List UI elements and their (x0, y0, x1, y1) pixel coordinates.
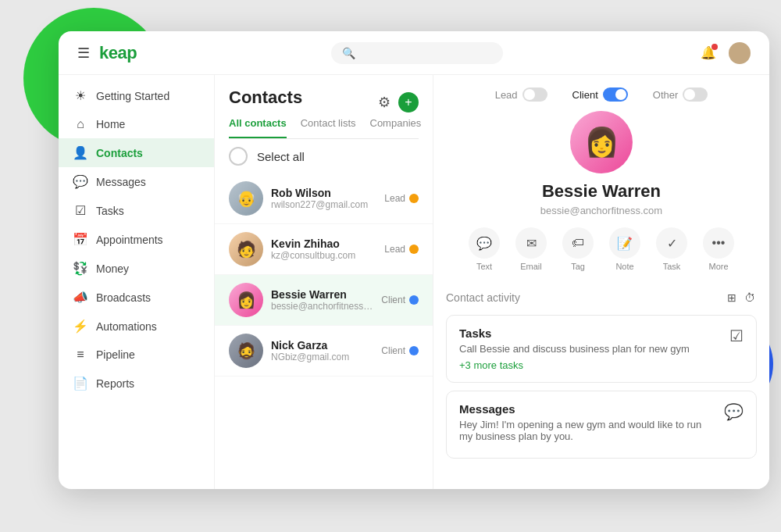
action-note[interactable]: 📝 Note (609, 227, 640, 271)
sidebar-item-getting-started[interactable]: ☀ Getting Started (59, 81, 214, 110)
sidebar-item-home[interactable]: ⌂ Home (59, 110, 214, 138)
contact-badge-rob-wilson: Lead (384, 193, 419, 204)
tasks-card-title: Tasks (459, 327, 690, 340)
sidebar-label-broadcasts: Broadcasts (96, 291, 151, 304)
contact-email-bessie-warren: bessie@anchorfitness.com (271, 301, 373, 312)
sidebar-item-reports[interactable]: 📄 Reports (59, 369, 214, 398)
profile-avatar: 👩 (570, 111, 633, 173)
contacts-header: Contacts ⚙ + All contacts Contact lists … (215, 75, 433, 139)
status-toggle-lead[interactable]: Lead (486, 84, 557, 105)
messages-card-icon: 💬 (724, 402, 744, 421)
toggle-pill-client[interactable] (603, 87, 628, 102)
badge-dot-bessie-warren (409, 295, 419, 305)
sidebar-item-messages[interactable]: 💬 Messages (59, 167, 214, 196)
notification-bell[interactable]: 🔔 (697, 42, 719, 64)
select-all-checkbox[interactable] (229, 147, 248, 166)
activity-card-tasks: Tasks Call Bessie and discuss business p… (446, 315, 757, 383)
contact-name-kevin-zhihao: Kevin Zhihao (271, 237, 376, 250)
email-icon: ✉ (515, 227, 547, 259)
action-task[interactable]: ✓ Task (656, 227, 687, 271)
appointments-icon: 📅 (73, 232, 88, 247)
search-bar[interactable]: 🔍 (331, 42, 503, 64)
note-icon: 📝 (609, 227, 640, 259)
action-tag[interactable]: 🏷 Tag (562, 227, 594, 271)
task-icon: ✓ (656, 227, 687, 259)
detail-profile: 👩 Bessie Warren bessie@anchorfitness.com… (433, 111, 769, 284)
search-input[interactable] (360, 47, 492, 59)
tab-all-contacts[interactable]: All contacts (229, 117, 287, 138)
action-text[interactable]: 💬 Text (469, 227, 500, 271)
toggle-pill-other[interactable] (683, 87, 708, 102)
contact-row-rob-wilson[interactable]: 👴 Rob Wilson rwilson227@gmail.com Lead (215, 173, 433, 224)
sidebar-label-reports: Reports (96, 377, 134, 390)
activity-filter-button[interactable]: ⏱ (743, 290, 757, 305)
tab-contact-lists[interactable]: Contact lists (301, 117, 356, 138)
profile-email: bessie@anchorfitness.com (540, 205, 662, 216)
add-contact-button[interactable]: + (398, 92, 419, 112)
tab-companies[interactable]: Companies (370, 117, 422, 138)
toggle-pill-lead[interactable] (522, 87, 547, 102)
sidebar-label-tasks: Tasks (96, 205, 124, 217)
sidebar-item-contacts[interactable]: 👤 Contacts (59, 138, 214, 167)
status-toggle-client[interactable]: Client (563, 84, 637, 105)
more-icon: ••• (703, 227, 734, 259)
sidebar-label-getting-started: Getting Started (96, 90, 169, 102)
user-avatar-topbar[interactable] (729, 42, 751, 64)
badge-label-kevin-zhihao: Lead (384, 244, 405, 255)
action-email[interactable]: ✉ Email (515, 227, 547, 271)
sidebar-label-home: Home (96, 118, 125, 130)
activity-title: Contact activity (446, 291, 520, 304)
status-label-other: Other (653, 89, 679, 101)
contact-email-rob-wilson: rwilson227@gmail.com (271, 199, 376, 210)
sidebar-label-automations: Automations (96, 320, 157, 333)
money-icon: 💱 (73, 261, 88, 276)
status-toggle-bar: Lead Client Other (433, 75, 769, 111)
activity-card-messages: Messages Hey Jim! I'm opening a new gym … (446, 391, 757, 459)
menu-icon[interactable]: ☰ (77, 45, 90, 62)
main-area: ☀ Getting Started ⌂ Home 👤 Contacts 💬 Me… (59, 75, 769, 489)
contacts-list: 👴 Rob Wilson rwilson227@gmail.com Lead 🧑 (215, 173, 433, 489)
task-label: Task (663, 262, 681, 271)
filter-button[interactable]: ⚙ (376, 92, 392, 112)
contact-info-bessie-warren: Bessie Warren bessie@anchorfitness.com (271, 288, 373, 312)
status-toggle-other[interactable]: Other (644, 84, 718, 105)
sidebar-item-appointments[interactable]: 📅 Appointments (59, 225, 214, 254)
badge-label-nick-garza: Client (381, 345, 405, 356)
getting-started-icon: ☀ (73, 88, 88, 103)
sidebar-label-pipeline: Pipeline (96, 348, 135, 361)
contact-row-kevin-zhihao[interactable]: 🧑 Kevin Zhihao kz@consultbug.com Lead (215, 224, 433, 275)
contact-name-bessie-warren: Bessie Warren (271, 288, 373, 301)
home-icon: ⌂ (73, 117, 88, 131)
text-label: Text (476, 262, 492, 271)
contact-badge-bessie-warren: Client (381, 295, 419, 305)
sidebar-item-money[interactable]: 💱 Money (59, 254, 214, 283)
automations-icon: ⚡ (73, 319, 88, 334)
contact-row-nick-garza[interactable]: 🧔 Nick Garza NGbiz@gmail.com Client (215, 326, 433, 377)
note-label: Note (615, 262, 633, 271)
badge-label-rob-wilson: Lead (384, 193, 405, 204)
contact-email-kevin-zhihao: kz@consultbug.com (271, 250, 376, 261)
sidebar-item-automations[interactable]: ⚡ Automations (59, 312, 214, 341)
activity-header: Contact activity ⊞ ⏱ (446, 284, 757, 315)
select-all-row[interactable]: Select all (215, 139, 433, 173)
detail-panel: Lead Client Other 👩 Bessie Warren b (433, 75, 769, 489)
tasks-card-more[interactable]: +3 more tasks (459, 359, 690, 371)
sidebar-item-broadcasts[interactable]: 📣 Broadcasts (59, 283, 214, 312)
tag-icon: 🏷 (562, 227, 594, 259)
action-more[interactable]: ••• More (703, 227, 734, 271)
messages-card-desc: Hey Jim! I'm opening a new gym and would… (459, 419, 716, 442)
contact-row-bessie-warren[interactable]: 👩 Bessie Warren bessie@anchorfitness.com… (215, 275, 433, 326)
sidebar-label-contacts: Contacts (96, 147, 143, 159)
activity-grid-view-button[interactable]: ⊞ (726, 290, 738, 305)
contacts-tabs: All contacts Contact lists Companies (229, 117, 419, 139)
sidebar-label-messages: Messages (96, 176, 146, 188)
contact-info-kevin-zhihao: Kevin Zhihao kz@consultbug.com (271, 237, 376, 261)
notification-dot (711, 44, 718, 50)
sidebar-item-pipeline[interactable]: ≡ Pipeline (59, 341, 214, 369)
contacts-panel: Contacts ⚙ + All contacts Contact lists … (215, 75, 433, 489)
tasks-icon: ☑ (73, 203, 88, 218)
topbar-right: 🔔 (697, 42, 751, 64)
avatar-bessie-warren: 👩 (229, 283, 263, 317)
avatar-rob-wilson: 👴 (229, 181, 263, 216)
sidebar-item-tasks[interactable]: ☑ Tasks (59, 196, 214, 225)
